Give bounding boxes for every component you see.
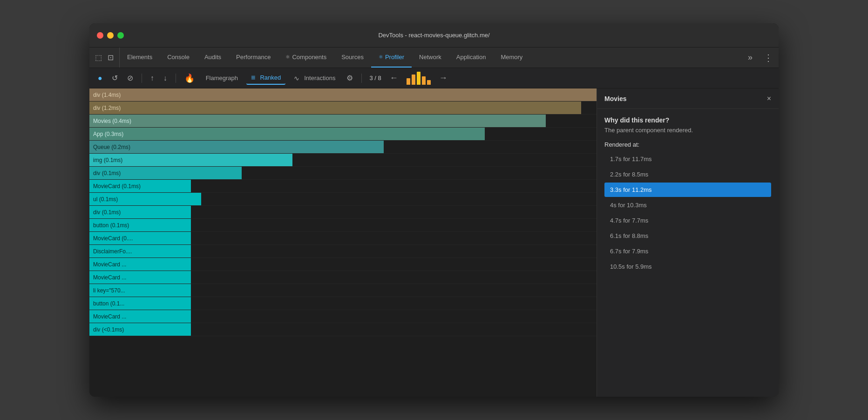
tab-sources[interactable]: Sources (334, 47, 371, 68)
ranked-icon: ≡ (251, 74, 255, 82)
tab-elements[interactable]: Elements (120, 47, 160, 68)
tab-bar: ⬚ ⊡ Elements Console Audits Performance … (89, 47, 779, 68)
title-bar: DevTools - react-movies-queue.glitch.me/ (89, 23, 779, 47)
ranked-item-label: div (0.1ms) (89, 209, 121, 216)
maximize-button[interactable] (117, 32, 124, 39)
ranked-item-label: button (0.1ms) (89, 222, 129, 229)
record-button[interactable]: ● (95, 72, 105, 84)
more-tabs-button[interactable]: » (742, 47, 758, 68)
render-time-item[interactable]: 4s for 10.3ms (604, 198, 771, 212)
render-question: Why did this render? (604, 116, 771, 124)
tab-profiler[interactable]: ⚛ Profiler (371, 47, 412, 68)
ranked-bar (89, 128, 485, 140)
flamegraph-label: Flamegraph (206, 75, 238, 81)
next-session-button[interactable]: → (436, 72, 450, 84)
ranked-item[interactable]: div (<0.1ms) (89, 323, 597, 336)
tab-console[interactable]: Console (160, 47, 197, 68)
render-reason: The parent component rendered. (604, 127, 771, 134)
main-content: div (1.4ms)div (1.2ms)Movies (0.4ms)App … (89, 88, 779, 397)
ranked-item-label: div (<0.1ms) (89, 326, 124, 333)
settings-button[interactable]: ⚙ (344, 72, 356, 84)
download-button[interactable]: ↓ (161, 72, 170, 84)
ranked-item[interactable]: div (1.4ms) (89, 88, 597, 102)
tab-bar-tools: ⬚ ⊡ (89, 47, 120, 68)
chart-bar-1 (407, 78, 410, 85)
chart-bar-4 (422, 76, 426, 85)
traffic-lights (89, 32, 124, 39)
ranked-item[interactable]: ul (0.1ms) (89, 193, 597, 206)
ranked-item[interactable]: Queue (0.2ms) (89, 141, 597, 154)
inspect-icon[interactable]: ⬚ (93, 51, 104, 64)
tab-performance-label: Performance (236, 54, 271, 61)
ranked-item[interactable]: div (1.2ms) (89, 102, 597, 115)
flamegraph-button[interactable]: Flamegraph (201, 73, 243, 83)
ranked-item-label: DisclaimerFo.... (89, 248, 132, 255)
right-panel-header: Movies × (597, 88, 779, 109)
render-time-item[interactable]: 1.7s for 11.7ms (604, 152, 771, 166)
ranked-item[interactable]: li key="570... (89, 284, 597, 297)
prev-session-button[interactable]: ← (387, 72, 401, 84)
tab-network-label: Network (419, 54, 441, 61)
render-time-item[interactable]: 4.7s for 7.7ms (604, 213, 771, 228)
ranked-item[interactable]: div (0.1ms) (89, 167, 597, 180)
tab-application[interactable]: Application (449, 47, 494, 68)
ranked-bar (89, 141, 384, 153)
device-icon[interactable]: ⊡ (106, 51, 115, 64)
components-react-icon: ⚛ (285, 54, 290, 60)
render-time-item[interactable]: 2.2s for 8.5ms (604, 167, 771, 182)
tab-elements-label: Elements (127, 54, 152, 61)
tab-performance[interactable]: Performance (229, 47, 278, 68)
interactions-button[interactable]: ∿ Interactions (289, 73, 340, 84)
reload-button[interactable]: ↺ (109, 72, 121, 84)
render-times-list: 1.7s for 11.7ms2.2s for 8.5ms3.3s for 11… (604, 152, 771, 274)
ranked-item-label: MovieCard ... (89, 274, 126, 281)
ranked-item[interactable]: button (0.1... (89, 297, 597, 310)
ranked-bar (89, 88, 597, 101)
render-time-item[interactable]: 10.5s for 5.9ms (604, 259, 771, 274)
ranked-item[interactable]: div (0.1ms) (89, 206, 597, 219)
ranked-item[interactable]: img (0.1ms) (89, 154, 597, 167)
tab-memory-label: Memory (501, 54, 522, 61)
close-button[interactable] (97, 32, 103, 39)
ranked-item[interactable]: MovieCard (0.... (89, 232, 597, 245)
ranked-item[interactable]: DisclaimerFo.... (89, 245, 597, 258)
render-time-item[interactable]: 6.1s for 8.8ms (604, 229, 771, 243)
devtools-menu-button[interactable]: ⋮ (758, 47, 779, 68)
tab-components-label: Components (292, 54, 326, 61)
close-panel-button[interactable]: × (767, 95, 771, 103)
separator-2 (176, 74, 176, 83)
ranked-item[interactable]: App (0.3ms) (89, 128, 597, 141)
render-time-item[interactable]: 3.3s for 11.2ms (604, 183, 771, 197)
ranked-item[interactable]: MovieCard ... (89, 258, 597, 271)
ranked-button[interactable]: ≡ Ranked (246, 72, 285, 85)
tab-audits-label: Audits (204, 54, 221, 61)
minimize-button[interactable] (107, 32, 114, 39)
ranked-item[interactable]: MovieCard ... (89, 310, 597, 323)
ranked-item-label: div (1.2ms) (89, 105, 121, 111)
ranked-item[interactable]: MovieCard ... (89, 271, 597, 284)
chart-bar-5 (427, 80, 431, 85)
upload-button[interactable]: ↑ (148, 72, 157, 84)
tab-audits[interactable]: Audits (197, 47, 229, 68)
ranked-bar (89, 102, 581, 114)
tab-components[interactable]: ⚛ Components (278, 47, 334, 68)
ranked-item-label: ul (0.1ms) (89, 196, 118, 203)
right-panel: Movies × Why did this render? The parent… (597, 88, 779, 397)
session-counter: 3 / 8 (369, 75, 381, 81)
ranked-item[interactable]: Movies (0.4ms) (89, 115, 597, 128)
ranked-item[interactable]: MovieCard (0.1ms) (89, 180, 597, 193)
component-title: Movies (604, 95, 626, 102)
render-time-item[interactable]: 6.7s for 7.9ms (604, 244, 771, 258)
separator-1 (142, 74, 142, 83)
ranked-item[interactable]: button (0.1ms) (89, 219, 597, 232)
rendered-at-label: Rendered at: (604, 141, 771, 148)
window-title: DevTools - react-movies-queue.glitch.me/ (378, 32, 489, 39)
ranked-item-label: div (1.4ms) (89, 92, 121, 98)
flame-icon: 🔥 (182, 71, 197, 85)
interactions-icon: ∿ (294, 75, 299, 82)
interactions-label: Interactions (304, 75, 335, 81)
clear-button[interactable]: ⊘ (124, 72, 136, 84)
tab-memory[interactable]: Memory (493, 47, 530, 68)
tab-network[interactable]: Network (412, 47, 449, 68)
ranked-item-label: MovieCard ... (89, 313, 126, 320)
